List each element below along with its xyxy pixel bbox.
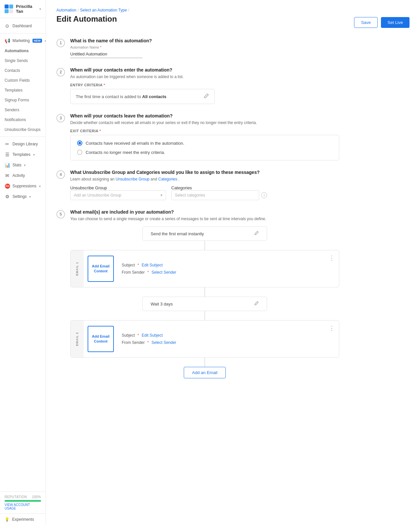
sidebar-item-contacts[interactable]: Contacts xyxy=(0,66,46,75)
sidebar-label-experiments: Experiments xyxy=(12,517,34,522)
breadcrumb: Automation / Select an Automation Type / xyxy=(56,8,410,12)
breadcrumb-sep-1: / xyxy=(78,8,79,12)
unsub-dropdown-caret: ▾ xyxy=(160,193,162,198)
trigger-edit-button[interactable] xyxy=(254,231,259,237)
add-email-content-button-2[interactable]: Add Email Content xyxy=(88,326,114,352)
section-1-title: What is the name of this automation? xyxy=(70,38,410,43)
sidebar-item-automations[interactable]: Automations xyxy=(0,46,46,56)
templates-icon: ☰ xyxy=(5,152,10,157)
unsub-group-col: Unsubscribe Group Add an Unsubscribe Gro… xyxy=(70,185,166,200)
email-2-menu-button[interactable]: ⋮ xyxy=(329,325,335,332)
section-4-subtitle: Learn about assigning an Unsubscribe Gro… xyxy=(70,177,410,181)
breadcrumb-automation[interactable]: Automation xyxy=(56,8,76,12)
section-4: 4 What Unsubscribe Group and Categories … xyxy=(56,170,410,200)
section-3-subtitle: Decide whether contacts will receive all… xyxy=(70,120,410,125)
save-button[interactable]: Save xyxy=(354,17,378,28)
categories-link[interactable]: Categories xyxy=(158,177,177,181)
sidebar-label-suppressions: Suppressions xyxy=(12,184,36,188)
email-2-from-label: From Sender xyxy=(122,340,145,345)
section-4-content: What Unsubscribe Group and Categories wo… xyxy=(70,170,410,200)
email-1-menu: ⋮ xyxy=(325,250,339,287)
email-1-menu-button[interactable]: ⋮ xyxy=(329,254,335,262)
exit-option-2[interactable]: Contacts no longer meet the entry criter… xyxy=(77,150,332,155)
settings-icon: ⚙ xyxy=(5,194,10,199)
sidebar-item-single-sends[interactable]: Single Sends xyxy=(0,56,46,66)
entry-criteria-edit-button[interactable] xyxy=(204,93,209,100)
sidebar-item-signup-forms[interactable]: Signup Forms xyxy=(0,95,46,105)
templates-caret: ▾ xyxy=(33,153,35,157)
email-2-subject-row: Subject * Edit Subject xyxy=(122,333,321,338)
email-1-subject-link[interactable]: Edit Subject xyxy=(142,263,163,267)
email-2-label: EMAIL 2 xyxy=(75,332,79,346)
sidebar-item-senders[interactable]: Senders xyxy=(0,105,46,115)
view-usage-link[interactable]: VIEW ACCOUNT USAGE xyxy=(5,503,41,510)
logo-icon xyxy=(5,4,13,13)
sidebar-item-marketing[interactable]: 📢 Marketing NEW ▾ xyxy=(0,35,46,46)
sidebar-item-suppressions[interactable]: ⛔ Suppressions ▾ xyxy=(0,181,46,191)
email-1-from-required: * xyxy=(147,270,149,275)
sidebar-item-notifications[interactable]: Notifications xyxy=(0,115,46,125)
radio-circle-1 xyxy=(77,140,82,146)
sidebar-header: Priscilla Tan ▾ xyxy=(0,0,46,18)
email-1-fields: Subject * Edit Subject From Sender * Sel… xyxy=(118,250,325,287)
section-number-5: 5 xyxy=(56,210,65,219)
breadcrumb-select-type[interactable]: Select an Automation Type xyxy=(80,8,127,12)
section-1-content: What is the name of this automation? Aut… xyxy=(70,38,410,58)
categories-row: Select categories i xyxy=(171,190,267,200)
required-star-2: * xyxy=(104,83,105,87)
sidebar-item-stats[interactable]: 📊 Stats ▾ xyxy=(0,160,46,170)
sidebar-item-templates[interactable]: ☰ Templates ▾ xyxy=(0,149,46,160)
sidebar-item-dashboard[interactable]: ⊙ Dashboard xyxy=(0,21,46,31)
sidebar-item-experiments[interactable]: 💡 Experiments xyxy=(0,514,46,525)
header-buttons: Save Set Live xyxy=(354,17,410,28)
pencil-icon xyxy=(204,93,209,98)
sidebar-label-templates-sub: Templates xyxy=(5,88,23,93)
categories-info-icon[interactable]: i xyxy=(261,192,267,198)
sidebar-item-custom-fields[interactable]: Custom Fields xyxy=(0,75,46,85)
user-caret-icon[interactable]: ▾ xyxy=(39,7,41,11)
trigger-pencil-icon xyxy=(254,231,259,235)
unsub-group-placeholder: Add an Unsubscribe Group xyxy=(74,193,121,198)
unsubscribe-group-link[interactable]: Unsubscribe Group xyxy=(116,177,149,181)
email-2-from-row: From Sender * Select Sender xyxy=(122,340,321,345)
sidebar-item-settings[interactable]: ⚙ Settings ▾ xyxy=(0,191,46,202)
sidebar-item-templates-sub[interactable]: Templates xyxy=(0,85,46,95)
section-2-title: When will your contacts enter the automa… xyxy=(70,67,410,73)
email-series-container: Send the first email instantly EMAIL 1 A… xyxy=(70,226,339,378)
nav-divider-1 xyxy=(0,33,46,33)
add-email-button[interactable]: Add an Email xyxy=(184,367,225,378)
section-1: 1 What is the name of this automation? A… xyxy=(56,38,410,58)
section-5: 5 What email(s) are included in your aut… xyxy=(56,209,410,378)
sidebar-label-unsubscribe-groups: Unsubscribe Groups xyxy=(5,127,40,132)
automation-name-label: Automation Name * xyxy=(70,45,410,49)
set-live-button[interactable]: Set Live xyxy=(381,17,410,28)
email-2-from-link[interactable]: Select Sender xyxy=(152,340,176,345)
section-number-1: 1 xyxy=(56,39,65,47)
required-star-1: * xyxy=(100,45,101,49)
automation-name-input[interactable] xyxy=(70,50,142,58)
svg-rect-2 xyxy=(5,9,9,13)
sidebar-label-stats: Stats xyxy=(12,163,21,167)
email-2-subject-link[interactable]: Edit Subject xyxy=(142,333,163,338)
exit-option-1[interactable]: Contacts have received all emails in the… xyxy=(77,140,332,146)
sidebar-label-design-library: Design Library xyxy=(12,142,38,146)
sidebar-item-design-library[interactable]: ✂ Design Library xyxy=(0,139,46,149)
section-3-content: When will your contacts leave the automa… xyxy=(70,113,410,160)
dashboard-icon: ⊙ xyxy=(5,23,10,29)
sidebar-item-activity[interactable]: ✉ Activity xyxy=(0,170,46,181)
section-number-2: 2 xyxy=(56,68,65,76)
reputation-label: REPUTATION 100% xyxy=(5,495,41,499)
sidebar-item-unsubscribe-groups[interactable]: Unsubscribe Groups xyxy=(0,125,46,135)
categories-select[interactable]: Select categories xyxy=(171,190,259,200)
email-2-label-col: EMAIL 2 xyxy=(71,321,84,357)
unsub-group-select[interactable]: Add an Unsubscribe Group ▾ xyxy=(70,190,166,200)
page-header: Edit Automation Save Set Live xyxy=(56,14,410,30)
email-1-from-link[interactable]: Select Sender xyxy=(152,270,176,275)
wait-label: Wait 3 days xyxy=(151,302,173,306)
wait-edit-button[interactable] xyxy=(254,301,259,307)
marketing-badge: NEW xyxy=(32,39,42,43)
section-3: 3 When will your contacts leave the auto… xyxy=(56,113,410,160)
add-email-content-button-1[interactable]: Add Email Content xyxy=(88,256,114,282)
email-1-subject-row: Subject * Edit Subject xyxy=(122,263,321,267)
marketing-caret: ▾ xyxy=(45,39,46,43)
